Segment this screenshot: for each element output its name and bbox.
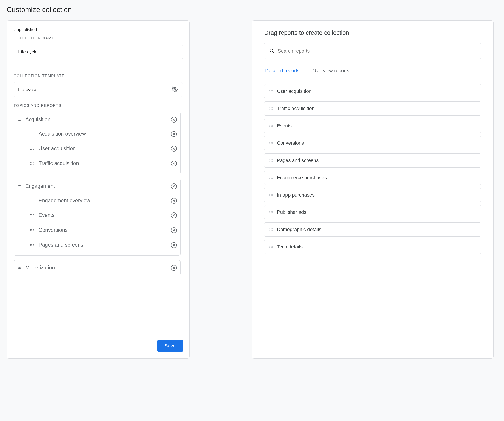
svg-line-23	[273, 51, 274, 53]
drag-handle-icon[interactable]	[17, 266, 22, 270]
topic-title: Acquisition	[25, 117, 171, 123]
drag-handle-icon[interactable]	[30, 228, 34, 232]
report-row[interactable]: Events	[17, 208, 177, 223]
publish-status: Unpublished	[13, 27, 183, 32]
remove-button[interactable]	[171, 198, 177, 204]
drag-handle-icon[interactable]	[269, 141, 273, 145]
available-report-label: Publisher ads	[277, 209, 306, 215]
available-report-item[interactable]: Tech details	[264, 240, 481, 254]
drag-handle-icon[interactable]	[30, 243, 34, 247]
collection-editor-panel: Unpublished COLLECTION NAME COLLECTION T…	[7, 20, 190, 358]
report-row[interactable]: Conversions	[17, 223, 177, 238]
available-report-label: User acquisition	[277, 88, 312, 94]
available-report-item[interactable]: Pages and screens	[264, 153, 481, 168]
drag-handle-icon[interactable]	[269, 89, 273, 94]
drag-handle-icon[interactable]	[269, 175, 273, 180]
report-title: User acquisition	[39, 146, 171, 152]
drag-handle-icon[interactable]	[30, 161, 34, 166]
report-row[interactable]: Traffic acquisition	[17, 156, 177, 171]
drag-handle-icon[interactable]	[269, 245, 273, 249]
search-reports-field[interactable]	[264, 43, 481, 59]
drag-handle-icon[interactable]	[269, 158, 273, 163]
overview-row[interactable]: Engagement overview	[26, 194, 177, 208]
overview-row[interactable]: Acquisition overview	[26, 127, 177, 141]
drag-handle-icon[interactable]	[269, 193, 273, 197]
available-report-item[interactable]: Events	[264, 119, 481, 133]
drag-handle-icon[interactable]	[17, 184, 22, 189]
page-title: Customize collection	[7, 6, 497, 14]
available-report-item[interactable]: Traffic acquisition	[264, 101, 481, 116]
available-report-item[interactable]: User acquisition	[264, 84, 481, 98]
drag-handle-icon[interactable]	[269, 227, 273, 232]
available-report-label: Tech details	[277, 244, 303, 250]
drag-handle-icon[interactable]	[17, 117, 22, 122]
available-report-label: Demographic details	[277, 227, 321, 232]
drag-handle-icon[interactable]	[269, 106, 273, 111]
topic-title: Monetization	[25, 265, 171, 271]
search-icon	[269, 48, 278, 54]
topic-header[interactable]: Engagement	[14, 179, 180, 194]
topics-list: Acquisition Acquisition overview User ac…	[13, 112, 183, 333]
report-row[interactable]: User acquisition	[17, 141, 177, 156]
topic-card: Engagement Engagement overview Events Co…	[13, 179, 180, 256]
available-report-item[interactable]: Demographic details	[264, 222, 481, 237]
available-report-item[interactable]: Ecommerce purchases	[264, 171, 481, 185]
svg-point-22	[270, 49, 273, 52]
remove-button[interactable]	[171, 212, 177, 218]
drag-handle-icon[interactable]	[269, 124, 273, 128]
remove-button[interactable]	[171, 146, 177, 152]
available-reports-list: User acquisitionTraffic acquisitionEvent…	[264, 84, 481, 254]
topic-header[interactable]: Monetization	[14, 260, 180, 275]
available-report-label: Events	[277, 123, 292, 129]
available-reports-panel: Drag reports to create collection Detail…	[252, 20, 494, 358]
collection-template-input[interactable]	[18, 82, 171, 97]
remove-button[interactable]	[171, 131, 177, 137]
collection-name-label: COLLECTION NAME	[13, 36, 183, 41]
available-reports-title: Drag reports to create collection	[264, 29, 481, 36]
available-report-label: Traffic acquisition	[277, 106, 315, 111]
drag-handle-icon[interactable]	[30, 213, 34, 218]
tab-detailed-reports[interactable]: Detailed reports	[264, 68, 300, 78]
drag-handle-icon[interactable]	[269, 210, 273, 215]
collection-name-input[interactable]	[13, 45, 183, 59]
report-title: Pages and screens	[39, 242, 171, 248]
available-report-item[interactable]: Conversions	[264, 136, 481, 150]
topics-reports-label: TOPICS AND REPORTS	[13, 104, 183, 108]
collection-template-field	[13, 82, 183, 97]
available-report-item[interactable]: Publisher ads	[264, 205, 481, 219]
report-title: Conversions	[39, 227, 171, 233]
report-row[interactable]: Pages and screens	[17, 238, 177, 252]
topic-card: Monetization	[13, 260, 180, 275]
remove-button[interactable]	[171, 183, 177, 189]
report-type-tabs: Detailed reportsOverview reports	[264, 68, 481, 78]
available-report-label: Pages and screens	[277, 158, 318, 163]
report-title: Traffic acquisition	[39, 160, 171, 166]
tab-overview-reports[interactable]: Overview reports	[312, 68, 350, 78]
visibility-off-icon[interactable]	[171, 86, 178, 93]
report-title: Events	[39, 212, 171, 218]
topic-header[interactable]: Acquisition	[14, 112, 180, 127]
remove-button[interactable]	[171, 161, 177, 166]
available-report-label: Ecommerce purchases	[277, 175, 327, 181]
topic-title: Engagement	[25, 183, 171, 189]
topic-card: Acquisition Acquisition overview User ac…	[13, 112, 180, 174]
search-reports-input[interactable]	[278, 43, 476, 59]
remove-button[interactable]	[171, 227, 177, 233]
overview-title: Engagement overview	[39, 198, 171, 204]
overview-title: Acquisition overview	[39, 131, 171, 137]
remove-button[interactable]	[171, 117, 177, 123]
available-report-label: Conversions	[277, 140, 304, 146]
available-report-label: In-app purchases	[277, 192, 315, 198]
drag-handle-icon[interactable]	[30, 146, 34, 151]
remove-button[interactable]	[171, 265, 177, 271]
remove-button[interactable]	[171, 242, 177, 248]
save-button[interactable]: Save	[157, 340, 183, 352]
available-report-item[interactable]: In-app purchases	[264, 188, 481, 202]
collection-template-label: COLLECTION TEMPLATE	[13, 74, 183, 78]
